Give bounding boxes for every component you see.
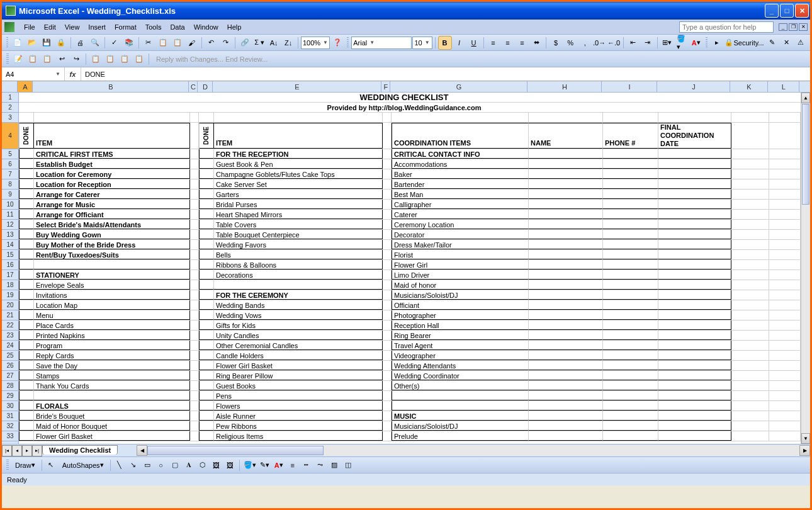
cell[interactable]: Location for Ceremony — [34, 169, 190, 179]
cell[interactable] — [731, 270, 769, 280]
cell[interactable] — [199, 210, 214, 219]
name-box[interactable]: A4▼ — [2, 67, 65, 81]
draw-menu[interactable]: Draw ▾ — [11, 458, 40, 472]
cell[interactable] — [199, 361, 214, 370]
cell[interactable] — [199, 280, 214, 290]
cell[interactable] — [603, 361, 658, 370]
fx-button[interactable]: fx — [65, 67, 81, 81]
cell[interactable] — [383, 179, 392, 189]
colhdr-a[interactable]: A — [18, 81, 33, 92]
rowhdr-8[interactable]: 8 — [2, 179, 18, 190]
doc-restore[interactable]: ❐ — [789, 23, 798, 31]
rowhdr-16[interactable]: 16 — [2, 260, 18, 270]
cell[interactable] — [769, 220, 801, 229]
cell[interactable]: Champagne Goblets/Flutes Cake Tops — [214, 169, 383, 179]
cell[interactable] — [731, 220, 769, 229]
cell[interactable] — [769, 240, 801, 249]
align-right-button[interactable]: ≡ — [515, 36, 529, 50]
hdr-final[interactable]: FINAL COORDINATION DATE — [658, 123, 731, 149]
cell[interactable] — [190, 210, 199, 219]
clipart-tool[interactable]: 🖼 — [210, 458, 223, 472]
cell[interactable] — [190, 220, 199, 229]
cell[interactable] — [190, 280, 199, 290]
toolbar-grip-4[interactable] — [6, 54, 9, 65]
cell[interactable] — [769, 300, 801, 310]
cell[interactable] — [199, 220, 214, 229]
rowhdr-26[interactable]: 26 — [2, 361, 18, 371]
cell[interactable] — [190, 149, 199, 159]
cell[interactable] — [529, 401, 603, 411]
cell[interactable]: Wedding Coordinator — [392, 371, 529, 380]
cell[interactable] — [190, 331, 199, 340]
maximize-button[interactable]: □ — [780, 4, 794, 18]
cell[interactable] — [658, 159, 731, 169]
hdr-done2[interactable]: DONE — [199, 123, 214, 149]
cell[interactable] — [603, 341, 658, 350]
cell[interactable] — [529, 169, 603, 179]
cell[interactable] — [529, 290, 603, 300]
cell[interactable] — [731, 200, 769, 209]
cell[interactable] — [731, 341, 769, 350]
cell[interactable] — [34, 391, 190, 400]
cell[interactable] — [529, 179, 603, 189]
rowhdr-12[interactable]: 12 — [2, 220, 18, 230]
cell[interactable] — [383, 190, 392, 199]
toolbar-grip-2[interactable] — [347, 37, 349, 48]
cell[interactable] — [603, 169, 658, 179]
fontsize-combo[interactable]: 10▼ — [412, 37, 432, 49]
increase-indent-button[interactable]: ⇥ — [641, 36, 655, 50]
cell[interactable] — [190, 310, 199, 320]
cell-subtitle[interactable]: Provided by http://blog.WeddingGuidance.… — [19, 103, 789, 112]
cell[interactable] — [383, 149, 392, 159]
scroll-thumb-v[interactable] — [802, 104, 809, 205]
rev5[interactable]: ↪ — [69, 52, 83, 66]
cell[interactable] — [190, 401, 199, 411]
cell-title[interactable]: WEDDING CHECKLIST — [19, 93, 789, 102]
scroll-down-button[interactable]: ▼ — [801, 433, 810, 444]
cell[interactable]: Wedding Vows — [214, 310, 383, 320]
cell[interactable]: Candle Holders — [214, 351, 383, 360]
cell[interactable] — [658, 341, 731, 350]
cell[interactable] — [529, 250, 603, 259]
cell[interactable] — [199, 149, 214, 159]
colhdr-f[interactable]: F — [381, 81, 390, 92]
cell[interactable]: Maid of honor — [392, 280, 529, 290]
cell[interactable] — [658, 300, 731, 310]
cell[interactable]: Garters — [214, 190, 383, 199]
cell[interactable] — [769, 210, 801, 219]
cell[interactable] — [658, 371, 731, 380]
cell[interactable] — [383, 381, 392, 390]
rowhdr-30[interactable]: 30 — [2, 401, 18, 411]
cell[interactable] — [603, 260, 658, 269]
rowhdr-18[interactable]: 18 — [2, 280, 18, 290]
cell[interactable] — [19, 250, 34, 259]
cell[interactable]: Flowers — [214, 401, 383, 411]
cell[interactable] — [199, 169, 214, 179]
cell[interactable] — [769, 401, 801, 411]
cell[interactable] — [19, 391, 34, 400]
scroll-thumb-h[interactable] — [147, 446, 324, 455]
expand-button[interactable]: ▸ — [710, 36, 724, 50]
horizontal-scrollbar[interactable]: ◀ ▶ — [137, 445, 810, 456]
rowhdr-28[interactable]: 28 — [2, 381, 18, 391]
cell[interactable]: Travel Agent — [392, 341, 529, 350]
merge-center-button[interactable]: ⬌ — [529, 36, 543, 50]
tab-last[interactable]: ▸| — [32, 445, 42, 456]
cell[interactable]: Buy Wedding Gown — [34, 230, 190, 239]
cell[interactable] — [199, 159, 214, 169]
cell[interactable]: Reply Cards — [34, 351, 190, 360]
cell[interactable]: Other Ceremonial Candles — [214, 341, 383, 350]
cell[interactable] — [19, 300, 34, 310]
cell[interactable]: Rent/Buy Tuxedoes/Suits — [34, 250, 190, 259]
cell[interactable] — [19, 381, 34, 390]
cell[interactable] — [199, 250, 214, 259]
cell[interactable] — [603, 200, 658, 209]
cell[interactable] — [199, 411, 214, 421]
cell[interactable] — [769, 331, 801, 340]
cell[interactable] — [190, 250, 199, 259]
cell[interactable] — [731, 250, 769, 259]
cell[interactable] — [658, 260, 731, 269]
cell[interactable] — [199, 401, 214, 411]
cell[interactable] — [529, 411, 603, 421]
cell[interactable] — [603, 220, 658, 229]
